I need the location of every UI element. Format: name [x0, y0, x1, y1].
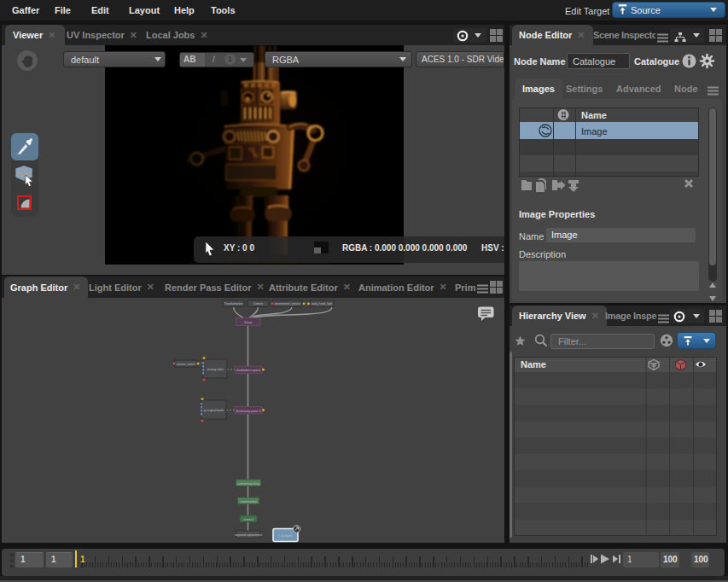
svg-text:arriving robot: arriving robot — [207, 368, 223, 371]
svg-text:illuminating power 2: illuminating power 2 — [236, 410, 260, 413]
svg-text:imported replacement: imported replacement — [235, 533, 262, 537]
svg-text:camera_switch: camera_switch — [177, 363, 195, 366]
svg-text:Camera: Camera — [253, 302, 264, 306]
svg-text:customizing v2ray: customizing v2ray — [237, 482, 260, 486]
svg-text:customization: customization — [240, 500, 257, 503]
svg-text:Name: Name — [581, 110, 607, 120]
svg-text:early_hood_light: early_hood_light — [312, 302, 332, 306]
svg-text:Name: Name — [521, 359, 546, 370]
svg-text:Transformation: Transformation — [224, 302, 242, 306]
svg-text:Image: Image — [581, 126, 608, 137]
svg-text:shadowban capture: shadowban capture — [236, 369, 261, 372]
svg-text:channel: channel — [243, 518, 253, 521]
svg-text:gr original booth: gr original booth — [204, 409, 224, 412]
svg-text:LaterSpell: LaterSpell — [279, 534, 292, 538]
svg-text:Group: Group — [244, 321, 252, 324]
svg-text:environment_texture: environment_texture — [275, 302, 300, 306]
